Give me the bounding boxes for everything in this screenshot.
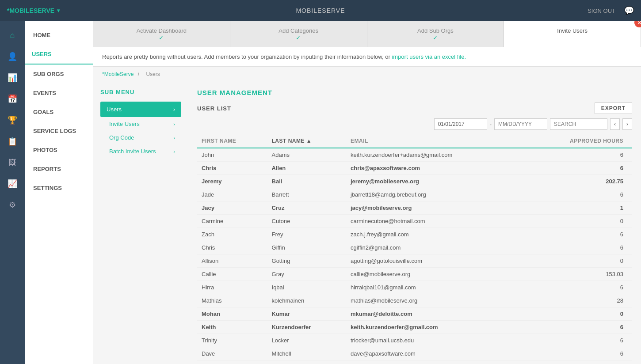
cell-email: hirraiqbal101@gmail.com [346,281,525,294]
sub-menu-inviteusers-arrow: › [173,121,175,127]
cell-lastname: Giffin [267,241,346,254]
col-hours: APPROVED HOURS [525,134,633,148]
sub-menu-item-orgcode[interactable]: Org Code › [100,131,181,144]
breadcrumb-separator: / [138,71,141,77]
cell-hours: 6 [525,228,633,241]
sidebar-icon-suborgs[interactable]: 📊 [2,68,23,87]
user-list-label: USER LIST [197,105,231,112]
wizard-step-categories-label: Add Categories [279,27,318,34]
sidebar-icon-home[interactable]: ⌂ [2,26,23,45]
sidebar-icon-events[interactable]: 📅 [2,89,23,109]
user-table-body: John Adams keith.kurzendoerfer+adams@gma… [197,148,632,364]
wizard-step-activate[interactable]: Activate Dashboard ✓ [93,21,230,47]
sidebar-item-users[interactable]: USERS [25,45,93,64]
cell-lastname: kolehmainen [267,294,346,307]
table-row: Trinity Locker trlocker@umail.ucsb.edu 6 [197,334,632,347]
cell-email: callie@mobileserve.org [346,268,525,281]
col-email: EMAIL [346,134,525,148]
cell-hours: 6 [525,334,633,347]
cell-hours: 6 [525,281,633,294]
cell-lastname: Raney [267,360,346,364]
export-button[interactable]: EXPORT [595,102,632,114]
table-row: Keith Kurzendoerfer keith.kurzendoerfer@… [197,321,632,334]
sub-menu-item-inviteusers[interactable]: Invite Users › [100,117,181,131]
wizard-step-categories[interactable]: Add Categories ✓ [230,21,367,47]
sidebar-icon-settings[interactable]: ⚙ [2,195,23,215]
table-row: Mathias kolehmainen mathias@mobileserve.… [197,294,632,307]
brand-label: *MOBILESERVE [7,7,54,14]
cell-firstname: Jade [197,188,267,201]
cell-email: jeremy@mobileserve.org [346,175,525,188]
cell-lastname: Kumar [267,307,346,321]
brand[interactable]: *MOBILESERVE ▾ [7,7,60,14]
sidebar-icon-photos[interactable]: 🖼 [2,153,23,172]
table-row: Allison Gotting agotting@gotolouisville.… [197,254,632,268]
cell-email: chris@apaxsoftware.com [346,162,525,175]
cell-hours: 6 [525,321,633,334]
wizard-close-button[interactable]: ✕ [634,21,641,27]
table-row: Hirra Iqbal hirraiqbal101@gmail.com 6 [197,281,632,294]
cell-firstname: John [197,148,267,162]
import-link[interactable]: import users via an excel file. [392,53,466,60]
cell-email: mkumar@deloitte.com [346,307,525,321]
sidebar-item-goals[interactable]: GOALS [25,102,93,121]
wizard-container: Activate Dashboard ✓ Add Categories ✓ Ad… [93,21,641,47]
sidebar-icon-analytics[interactable]: 📈 [2,174,23,193]
cell-hours: 28 [525,294,633,307]
cell-email: justintestraney@gmail.com [346,360,525,364]
cell-lastname: Cruz [267,201,346,215]
sub-menu-users-label: Users [107,106,122,113]
date-from-input[interactable] [434,118,487,130]
content-area: Activate Dashboard ✓ Add Categories ✓ Ad… [93,21,641,364]
table-row: Chris Allen chris@apaxsoftware.com 6 [197,162,632,175]
table-row: Zach Frey zach.j.frey@gmail.com 6 [197,228,632,241]
cell-hours: 6 [525,347,633,360]
sidebar-item-reports[interactable]: REPORTS [25,159,93,178]
cell-firstname: JustinTest [197,360,267,364]
sidebar-item-home[interactable]: HOME [25,26,93,45]
sidebar-icon-servicelogs[interactable]: 📋 [2,132,23,151]
cell-firstname: Trinity [197,334,267,347]
sidebar-item-photos[interactable]: PHOTOS [25,140,93,159]
wizard-step-suborgs-label: Add Sub Orgs [417,27,454,34]
table-row: Chris Giffin cgiffin2@gmail.com 6 [197,241,632,254]
wizard-step-inviteusers[interactable]: Invite Users ✓ ✕ [504,21,641,47]
cell-firstname: Dave [197,347,267,360]
sidebar-item-servicelogs[interactable]: SERVICE LOGS [25,121,93,140]
brand-dropdown-icon[interactable]: ▾ [57,8,60,14]
sub-menu-batchinvite-label: Batch Invite Users [109,148,156,155]
sidebar-item-settings[interactable]: SETTINGS [25,178,93,197]
sidebar-item-events[interactable]: EVENTS [25,83,93,102]
prev-page-button[interactable]: ‹ [610,118,620,130]
sidebar-item-suborgs[interactable]: SUB ORGS [25,64,93,83]
cell-hours: 0 [525,307,633,321]
top-nav-right: SIGN OUT 💬 [588,6,634,15]
cell-firstname: Jeremy [197,175,267,188]
cell-email: jbarrett18@amdg.brebeuf.org [346,188,525,201]
wizard-step-suborgs-check: ✓ [372,34,500,41]
col-lastname[interactable]: LAST NAME ▲ [267,134,346,148]
wizard-step-suborgs[interactable]: Add Sub Orgs ✓ [367,21,504,47]
sidebar-icon-goals[interactable]: 🏆 [2,110,23,130]
cell-firstname: Callie [197,268,267,281]
cell-firstname: Carmine [197,215,267,228]
icon-sidebar: ⌂ 👤 📊 📅 🏆 📋 🖼 📈 ⚙ [0,21,25,364]
sub-menu-item-users[interactable]: Users › [100,102,181,117]
cell-email: jacy@mobileserve.org [346,201,525,215]
cell-email: mathias@mobileserve.org [346,294,525,307]
cell-email: agotting@gotolouisville.com [346,254,525,268]
chat-icon[interactable]: 💬 [624,6,634,15]
sidebar-icon-users[interactable]: 👤 [2,47,23,66]
cell-lastname: Allen [267,162,346,175]
cell-firstname: Chris [197,162,267,175]
cell-firstname: Zach [197,228,267,241]
breadcrumb-org[interactable]: *MobileServe [102,71,134,77]
date-to-input[interactable] [494,118,547,130]
next-page-button[interactable]: › [622,118,632,130]
search-input[interactable] [550,118,607,130]
sign-out-button[interactable]: SIGN OUT [588,8,615,14]
cell-email: dave@apaxsoftware.com [346,347,525,360]
date-separator: - [490,121,492,128]
cell-lastname: Mitchell [267,347,346,360]
sub-menu-item-batchinvite[interactable]: Batch Invite Users › [100,144,181,158]
